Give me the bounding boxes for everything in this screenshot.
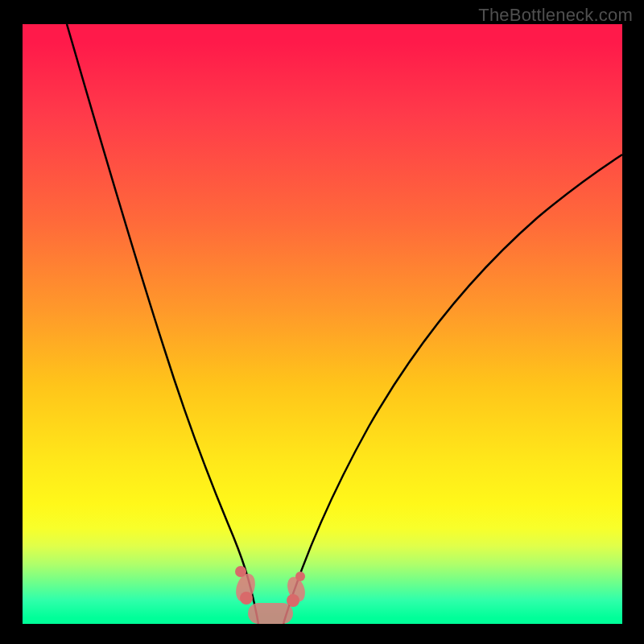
watermark-text: TheBottleneck.com <box>478 5 633 26</box>
svg-point-3 <box>240 592 253 605</box>
right-curve <box>283 155 622 624</box>
plot-area <box>23 24 622 624</box>
svg-point-5 <box>295 572 305 581</box>
highlighted-valley <box>233 566 308 624</box>
svg-point-6 <box>287 594 299 607</box>
chart-stage: TheBottleneck.com <box>0 0 644 644</box>
svg-rect-0 <box>248 603 293 624</box>
left-curve <box>67 24 258 624</box>
curves-svg <box>23 24 622 624</box>
svg-point-2 <box>235 566 246 577</box>
